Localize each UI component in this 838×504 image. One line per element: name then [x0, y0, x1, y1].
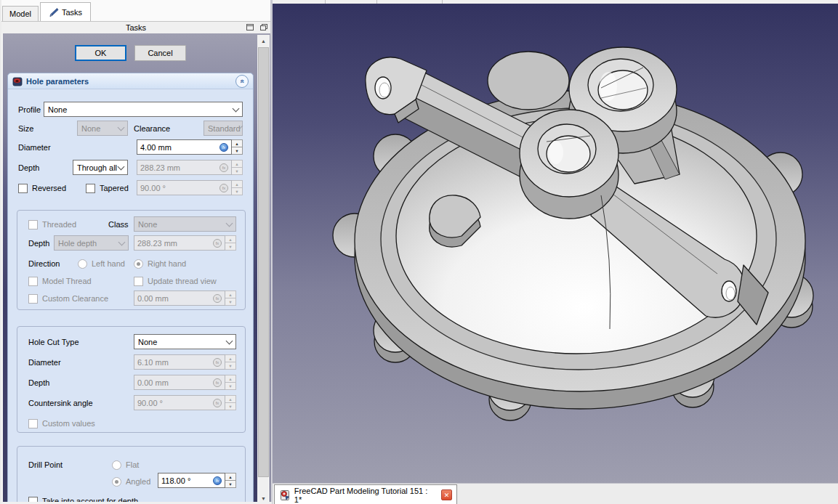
panel-tabbar: Model Tasks: [1, 0, 270, 22]
tab-tasks-label: Tasks: [62, 8, 82, 17]
direction-label: Direction: [28, 259, 60, 268]
reversed-checkbox[interactable]: Reversed: [18, 180, 66, 196]
hole-cut-type-combo[interactable]: None: [134, 334, 236, 349]
depth-spinbox: 288.23 mm fx ▲▼: [137, 160, 243, 175]
panel-title: Hole parameters: [26, 77, 89, 86]
angled-radio: Angled: [112, 473, 150, 489]
model-thread-label: Model Thread: [42, 277, 92, 285]
thread-depth-combo: Hole depth: [54, 235, 129, 251]
checkbox-icon: [134, 277, 143, 286]
task-panel-content: OK Cancel Hole parameters « Profile: [3, 33, 270, 504]
drill-angle-value: 118.00 °: [161, 476, 190, 485]
expression-icon: fx: [213, 358, 222, 367]
depth-mode-value: Through all: [77, 163, 117, 172]
spin-down-icon: ▼: [225, 298, 236, 306]
spin-up-icon: ▲: [225, 235, 236, 243]
size-value: None: [81, 124, 100, 133]
chevron-down-icon: [118, 123, 125, 131]
cut-depth-spinbox: 0.00 mm fx ▲▼: [134, 375, 236, 390]
flat-radio: Flat: [112, 457, 139, 473]
countersink-angle-spinbox: 90.00 ° fx ▲▼: [134, 395, 236, 410]
update-thread-view-checkbox: Update thread view: [134, 273, 217, 289]
update-thread-view-label: Update thread view: [148, 277, 217, 285]
hole-parameters-panel: Hole parameters « Profile None Size None…: [7, 73, 254, 504]
tab-tasks[interactable]: Tasks: [40, 2, 91, 21]
dock-float-icon[interactable]: [246, 23, 254, 31]
spin-up-icon[interactable]: ▲: [232, 139, 243, 147]
countersink-angle-label: Countersink angle: [28, 399, 93, 407]
dock-titlebar: Tasks: [1, 22, 270, 33]
taper-angle-value: 90.00 °: [140, 184, 166, 192]
close-tab-button[interactable]: ✕: [441, 489, 452, 500]
scrollbar-thumb[interactable]: [258, 47, 269, 477]
cancel-button[interactable]: Cancel: [134, 45, 186, 61]
dock-undock-icon[interactable]: [259, 23, 267, 31]
depth-mode-combo[interactable]: Through all: [73, 160, 128, 175]
spin-down-icon[interactable]: ▼: [232, 147, 243, 155]
scroll-up-icon[interactable]: ▲: [257, 35, 270, 46]
tapered-checkbox[interactable]: Tapered: [86, 180, 129, 196]
spin-down-icon: ▼: [225, 402, 236, 410]
checkbox-icon: [28, 220, 38, 229]
spin-down-icon[interactable]: ▼: [225, 480, 236, 488]
profile-combo[interactable]: None: [44, 102, 243, 117]
expression-icon: fx: [219, 163, 228, 172]
expression-icon[interactable]: fx: [219, 143, 228, 152]
thread-depth-value: 288.23 mm: [137, 239, 177, 248]
hole-parameters-header[interactable]: Hole parameters «: [8, 73, 253, 89]
spin-down-icon: ▼: [225, 362, 236, 370]
custom-clearance-label: Custom Clearance: [42, 294, 108, 303]
thread-depth-label: Depth: [28, 239, 49, 248]
3d-viewport[interactable]: [273, 4, 838, 483]
spin-up-icon: ▲: [225, 354, 236, 362]
drill-point-label: Drill Point: [28, 460, 63, 469]
task-panel-region: Model Tasks Tasks OK: [0, 0, 270, 504]
chevron-down-icon: [118, 163, 125, 170]
depth-label: Depth: [18, 163, 39, 172]
tapered-label: Tapered: [100, 184, 129, 192]
3d-view-region: FreeCAD Part Modeling Tutorial 151 : 1* …: [273, 0, 838, 504]
size-label: Size: [18, 124, 33, 133]
threaded-label: Threaded: [42, 220, 76, 229]
freecad-window: Model Tasks Tasks OK: [0, 0, 838, 504]
spin-up-icon: ▲: [232, 160, 243, 167]
thread-depth-spinbox: 288.23 mm fx ▲▼: [134, 235, 236, 251]
depth-value: 288.23 mm: [140, 163, 180, 172]
tab-model[interactable]: Model: [2, 6, 39, 21]
custom-clearance-spinbox: 0.00 mm fx ▲▼: [134, 290, 236, 306]
spin-up-icon[interactable]: ▲: [225, 473, 236, 480]
cut-diameter-value: 6.10 mm: [137, 358, 169, 367]
pencil-icon: [49, 7, 59, 17]
spin-down-icon: ▼: [232, 167, 243, 175]
expression-icon: fx: [213, 399, 222, 407]
drill-point-group: Drill Point Flat Angled 118.00 ° fx ▲▼: [17, 446, 246, 504]
ok-button[interactable]: OK: [75, 45, 126, 61]
flat-label: Flat: [126, 460, 139, 469]
collapse-button[interactable]: «: [235, 75, 249, 88]
3d-model-gearbox-cover: [273, 4, 838, 483]
diameter-spinbox[interactable]: 4.00 mm fx ▲▼: [137, 139, 243, 155]
size-combo: None: [77, 121, 128, 136]
radio-icon: [78, 259, 87, 269]
task-panel-scrollbar[interactable]: ▲ ▼: [257, 35, 270, 504]
checkbox-icon: [28, 294, 38, 304]
clearance-label: Clearance: [134, 124, 170, 133]
radio-selected-icon: [112, 477, 121, 487]
checkbox-icon[interactable]: [86, 184, 95, 193]
drill-angle-spinbox[interactable]: 118.00 ° fx ▲▼: [158, 473, 236, 488]
spin-up-icon: ▲: [225, 375, 236, 382]
expression-icon[interactable]: fx: [213, 476, 222, 485]
left-hand-label: Left hand: [92, 259, 125, 268]
cut-depth-value: 0.00 mm: [137, 378, 169, 387]
checkbox-icon[interactable]: [18, 184, 28, 193]
close-icon: ✕: [444, 492, 450, 499]
profile-label: Profile: [18, 105, 41, 114]
angled-label: Angled: [126, 477, 150, 486]
document-tab-label: FreeCAD Part Modeling Tutorial 151 : 1*: [294, 487, 436, 504]
model-thread-checkbox: Model Thread: [28, 273, 92, 289]
hole-feature-icon: [12, 76, 23, 86]
chevron-down-icon: [226, 219, 233, 227]
custom-clearance-value: 0.00 mm: [137, 294, 169, 303]
document-tab[interactable]: FreeCAD Part Modeling Tutorial 151 : 1* …: [274, 484, 457, 504]
thread-depth-mode: Hole depth: [58, 239, 97, 248]
